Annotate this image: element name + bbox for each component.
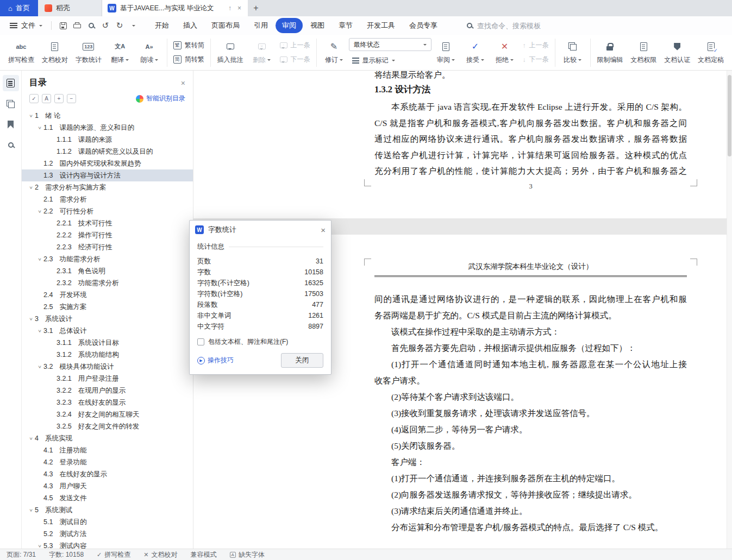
toc-caret-icon[interactable] <box>27 436 35 442</box>
toc-heading-level-icon[interactable]: A <box>42 94 51 103</box>
toc-caret-icon[interactable] <box>36 543 43 549</box>
word-count-button[interactable]: 123 字数统计 <box>72 37 105 68</box>
prev-change-button[interactable]: ↑ 上一条 <box>520 39 552 52</box>
toc-item[interactable]: 1 绪 论 <box>22 110 193 122</box>
new-tab-button[interactable]: + <box>248 0 264 16</box>
page-indicator[interactable]: 页面: 7/31 <box>7 550 36 559</box>
toc-item[interactable]: 5.2 测试方法 <box>22 528 193 540</box>
toc-item[interactable]: 4.1 注册功能 <box>22 444 193 456</box>
dialog-title-bar[interactable]: W 字数统计 × <box>190 221 331 239</box>
toc-item[interactable]: 3.2 模块具体功能设计 <box>22 361 193 373</box>
restrict-edit-button[interactable]: 限制编辑 <box>593 37 627 68</box>
toc-panel-toggle[interactable] <box>3 75 19 91</box>
vertical-scrollbar[interactable] <box>727 71 732 549</box>
toc-item[interactable]: 4.2 登录功能 <box>22 456 193 468</box>
toc-caret-icon[interactable] <box>27 185 35 191</box>
toc-item[interactable]: 2.2.3 经济可行性 <box>22 241 193 253</box>
toc-item[interactable]: 2.2 可行性分析 <box>22 205 193 217</box>
toc-caret-icon[interactable] <box>36 125 43 131</box>
find-button[interactable] <box>3 137 19 153</box>
smart-toc-button[interactable]: 智能识别目录 <box>136 94 185 103</box>
next-comment-button[interactable]: ↓ 下一条 <box>277 53 314 66</box>
ribbon-tab[interactable]: 引用 <box>247 18 274 33</box>
toc-item[interactable]: 2.4 开发环境 <box>22 289 193 301</box>
toc-caret-icon[interactable] <box>36 364 43 370</box>
print-button[interactable] <box>70 19 84 32</box>
word-count-indicator[interactable]: 字数: 10158 <box>49 550 84 559</box>
ribbon-tab[interactable]: 审阅 <box>276 18 303 33</box>
home-tab[interactable]: ⌂ 首页 <box>0 0 38 16</box>
compare-button[interactable]: 比较 <box>558 37 587 68</box>
trad-to-simp-button[interactable]: 繁 繁转简 <box>170 39 208 52</box>
search-input[interactable] <box>476 21 563 30</box>
toc-caret-icon[interactable] <box>36 209 43 215</box>
toc-item[interactable]: 2.3 功能需求分析 <box>22 253 193 265</box>
spell-check-button[interactable]: abc 拼写检查 <box>4 37 38 68</box>
toc-item[interactable]: 1.1 课题的来源、意义和目的 <box>22 122 193 134</box>
doc-auth-button[interactable]: 文档认证 <box>660 37 694 68</box>
ribbon-tab[interactable]: 插入 <box>177 18 204 33</box>
next-change-button[interactable]: ↓ 下一条 <box>520 53 552 66</box>
ribbon-tab[interactable]: 开始 <box>148 18 176 33</box>
toc-select-icon[interactable]: ✓ <box>29 94 39 103</box>
toc-caret-icon[interactable] <box>27 113 35 119</box>
ribbon-tab[interactable]: 开发工具 <box>360 18 402 33</box>
toc-item[interactable]: 5.1 测试目的 <box>22 516 193 528</box>
toc-caret-icon[interactable] <box>27 316 35 322</box>
doc-finalize-button[interactable]: ✓ 文档定稿 <box>694 37 728 68</box>
toc-item[interactable]: 3.2.5 好友之间文件的转发 <box>22 420 193 432</box>
delete-comment-button[interactable]: ✕ 删除 <box>247 37 277 68</box>
toc-item[interactable]: 2.3.2 功能需求分析 <box>22 277 193 289</box>
save-button[interactable] <box>56 19 70 32</box>
ribbon-tab[interactable]: 页面布局 <box>205 18 246 33</box>
reject-button[interactable]: ✕ 拒绝 <box>490 37 520 68</box>
toc-item[interactable]: 5.3 测试内容 <box>22 540 193 549</box>
customize-toolbar-button[interactable] <box>127 19 141 32</box>
insert-comment-button[interactable]: 插入批注 <box>214 37 247 68</box>
doc-permission-button[interactable]: 文档权限 <box>627 37 660 68</box>
toc-caret-icon[interactable] <box>36 256 43 262</box>
ribbon-tab[interactable]: 会员专享 <box>403 18 444 33</box>
toc-caret-icon[interactable] <box>36 328 43 334</box>
print-preview-button[interactable] <box>84 19 98 32</box>
tips-link[interactable]: ▶ 操作技巧 <box>197 356 234 365</box>
toc-item[interactable]: 2 需求分析与实施方案 <box>22 181 193 193</box>
undo-button[interactable]: ↺ <box>98 19 112 32</box>
accept-button[interactable]: ✓ 接受 <box>461 37 490 68</box>
document-tab[interactable]: W 基于JAVAEE...与实现 毕业论文 ↑ × <box>102 0 248 16</box>
show-markup-button[interactable]: 显示标记 <box>349 54 431 67</box>
toc-item[interactable]: 3.1 总体设计 <box>22 325 193 337</box>
toc-item[interactable]: 1.1.2 课题的研究意义以及目的 <box>22 146 193 158</box>
toc-item[interactable]: 3.2.1 用户登录注册 <box>22 373 193 385</box>
spell-check-status[interactable]: ✓拼写检查 <box>97 550 130 559</box>
file-menu-button[interactable]: 文件 <box>5 21 47 30</box>
simp-to-trad-button[interactable]: 简 简转繁 <box>170 53 208 66</box>
toc-item[interactable]: 4.3 用户聊天 <box>22 480 193 492</box>
toc-item[interactable]: 2.3.1 角色说明 <box>22 265 193 277</box>
close-toc-icon[interactable]: × <box>181 79 185 87</box>
toc-item[interactable]: 4.5 发送文件 <box>22 492 193 504</box>
toc-item[interactable]: 4 系统实现 <box>22 432 193 444</box>
ribbon-tab[interactable]: 章节 <box>332 18 359 33</box>
close-button[interactable]: 关闭 <box>281 353 323 368</box>
docer-tab[interactable]: 稻壳 <box>38 0 102 16</box>
command-search[interactable] <box>467 21 563 30</box>
toc-item[interactable]: 5 系统测试 <box>22 504 193 516</box>
redo-button[interactable]: ↻ <box>112 19 127 32</box>
checkbox-icon[interactable] <box>197 338 204 345</box>
missing-font-status[interactable]: A缺失字体 <box>230 550 265 559</box>
review-button[interactable]: 审阅 <box>431 37 461 68</box>
toc-item[interactable]: 3.2.2 在现用户的显示 <box>22 385 193 397</box>
close-tab-icon[interactable]: × <box>236 4 242 12</box>
pin-tab-icon[interactable]: ↑ <box>227 4 233 12</box>
toc-item[interactable]: 3.1.2 系统功能结构 <box>22 349 193 361</box>
toc-item[interactable]: 2.2.1 技术可行性 <box>22 217 193 229</box>
ribbon-tab[interactable]: 视图 <box>304 18 331 33</box>
toc-item[interactable]: 2.2.2 操作可行性 <box>22 229 193 241</box>
toc-item[interactable]: 2.1 需求分析 <box>22 193 193 205</box>
toc-item[interactable]: 1.2 国内外研究现状和发展趋势 <box>22 158 193 169</box>
toc-item[interactable]: 4.3 在线好友的显示 <box>22 468 193 480</box>
bookmarks-button[interactable] <box>3 116 19 133</box>
toc-item[interactable]: 2.5 实施方案 <box>22 301 193 313</box>
page-thumbnails-button[interactable] <box>3 96 19 112</box>
